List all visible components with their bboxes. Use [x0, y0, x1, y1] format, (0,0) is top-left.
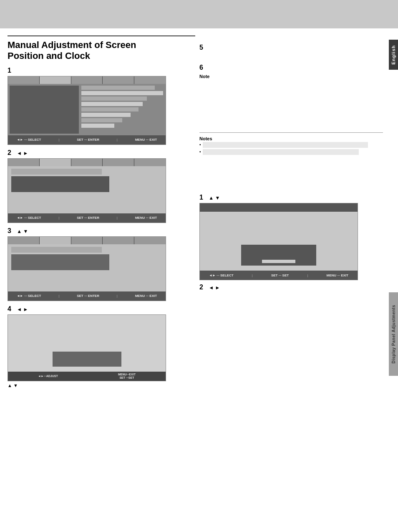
- step3-ctrl3: MENU ··· EXIT: [135, 294, 157, 298]
- right-step1-desc: ▲ ▼: [209, 195, 220, 201]
- step2-highlight: [11, 176, 109, 192]
- step1-row7: [81, 118, 122, 122]
- step-2-screen: ◄► ··· SELECT | SET ··· ENTER | MENU ···…: [8, 158, 166, 223]
- bullet-item-2: •: [199, 149, 383, 155]
- right-ctrl3: MENU ··· EXIT: [326, 274, 348, 277]
- step-5-label: 5: [199, 44, 383, 51]
- step4-ctrl2: MENU···EXITSET ···SET: [118, 373, 136, 379]
- step2-ctrl2: SET ··· ENTER: [77, 216, 99, 220]
- step1-left-panel: [10, 86, 79, 134]
- bullet2-text: [203, 149, 359, 155]
- step1-tab4: [103, 76, 134, 84]
- step2-menu-item: [11, 169, 102, 175]
- step1-tab-bar: [8, 76, 166, 84]
- step3-menu-item: [11, 247, 102, 253]
- step1-tab2: [40, 76, 71, 84]
- right-screen-topbar: [200, 203, 358, 212]
- note-text: [199, 80, 383, 130]
- bullet-item-1: •: [199, 142, 383, 148]
- step2-tab-bar: [8, 159, 166, 166]
- step1-row4: [81, 102, 143, 106]
- right-ctrl1: ◄► ··· SELECT: [209, 274, 234, 277]
- step-3-label: 3 ▲ ▼: [8, 227, 195, 235]
- step1-tab5: [134, 76, 166, 84]
- right-step2-desc: ◄ ►: [209, 285, 220, 291]
- right-ctrl2: SET ··· SET: [271, 274, 289, 277]
- step4-adjust-box: [53, 352, 121, 367]
- right-screen-ctrl: ◄► ··· SELECT | SET ··· SET | MENU ··· E…: [200, 271, 358, 280]
- step1-body: [8, 84, 166, 135]
- right-step-2-label: 2 ◄ ►: [199, 284, 383, 291]
- step3-ctrl-bar: ◄► ··· SELECT | SET ··· ENTER | MENU ···…: [8, 291, 166, 301]
- top-bar: [0, 0, 398, 28]
- step2-arrows: ◄ ►: [17, 150, 28, 156]
- step-1-screen: ◄► ··· SELECT | SET ··· ENTER | MENU ···…: [8, 76, 166, 145]
- step1-ctrl1: ◄► ··· SELECT: [17, 138, 41, 142]
- step1-row8: [81, 124, 114, 128]
- step1-ctrl3: MENU ··· EXIT: [135, 138, 157, 142]
- step1-row1: [81, 86, 155, 90]
- left-column: Manual Adjustment of Screen Position and…: [8, 35, 195, 390]
- step4-arrows: ◄ ►: [17, 307, 28, 312]
- step2-ctrl1: ◄► ··· SELECT: [17, 216, 41, 220]
- step1-row2: [81, 91, 163, 95]
- step-4-label: 4 ◄ ►: [8, 305, 195, 313]
- right-screen-body: [200, 212, 358, 270]
- step-3-screen: ◄► ··· SELECT | SET ··· ENTER | MENU ···…: [8, 236, 166, 301]
- step3-ctrl2: SET ··· ENTER: [77, 294, 99, 298]
- title-line2: Position and Clock: [8, 51, 195, 61]
- step-4-screen: ◄►···ADJUST MENU···EXITSET ···SET: [8, 314, 166, 381]
- step4-ctrl-bar: ◄►···ADJUST MENU···EXITSET ···SET: [8, 372, 166, 381]
- bullet2-symbol: •: [199, 149, 201, 155]
- english-tab-label: English: [391, 45, 396, 65]
- step-1-label: 1: [8, 67, 195, 74]
- english-tab: English: [389, 40, 398, 70]
- right-step-1-label: 1 ▲ ▼: [199, 194, 383, 201]
- step3-ctrl1: ◄► ··· SELECT: [17, 294, 41, 298]
- step1-row3: [81, 96, 147, 101]
- step1-row6: [81, 113, 130, 117]
- step-2-label: 2 ◄ ►: [8, 149, 195, 157]
- step2-body: [8, 166, 166, 213]
- page-title: Manual Adjustment of Screen Position and…: [8, 35, 195, 62]
- title-line1: Manual Adjustment of Screen: [8, 40, 195, 51]
- right-adjustment-slider: [262, 260, 295, 263]
- step3-arrows: ▲ ▼: [17, 228, 28, 234]
- step4-ctrl1: ◄►···ADJUST: [38, 375, 58, 378]
- step1-tab3: [71, 76, 103, 84]
- display-panel-tab: Display Panel Adjustments: [389, 292, 398, 376]
- step2-ctrl-bar: ◄► ··· SELECT | SET ··· ENTER | MENU ···…: [8, 213, 166, 223]
- step1-ctrl2: SET ··· ENTER: [77, 138, 99, 142]
- right-adjustment-box: [241, 245, 316, 266]
- right-column: 5 6 Note Notes • • 1 ▲ ▼ ◄► ··· SELECT |…: [199, 35, 383, 293]
- divider: [199, 132, 383, 133]
- step2-ctrl3: MENU ··· EXIT: [135, 216, 157, 220]
- step1-tab1: [8, 76, 40, 84]
- step4-after-arrows: ▲ ▼: [8, 383, 195, 388]
- bullet1-text: [203, 142, 368, 148]
- note-label: Note: [199, 74, 383, 79]
- step1-ctrl-bar: ◄► ··· SELECT | SET ··· ENTER | MENU ···…: [8, 135, 166, 144]
- notes-label: Notes: [199, 136, 383, 141]
- step3-tab-bar: [8, 237, 166, 244]
- bullet1-symbol: •: [199, 142, 201, 148]
- step3-body: [8, 244, 166, 291]
- step1-right-panel: [79, 84, 166, 135]
- step1-row5: [81, 107, 139, 111]
- step-6-label: 6: [199, 64, 383, 71]
- display-panel-tab-label: Display Panel Adjustments: [391, 305, 396, 364]
- step4-body: [8, 315, 166, 372]
- right-step1-screen: ◄► ··· SELECT | SET ··· SET | MENU ··· E…: [199, 203, 358, 280]
- step3-highlight: [11, 254, 109, 270]
